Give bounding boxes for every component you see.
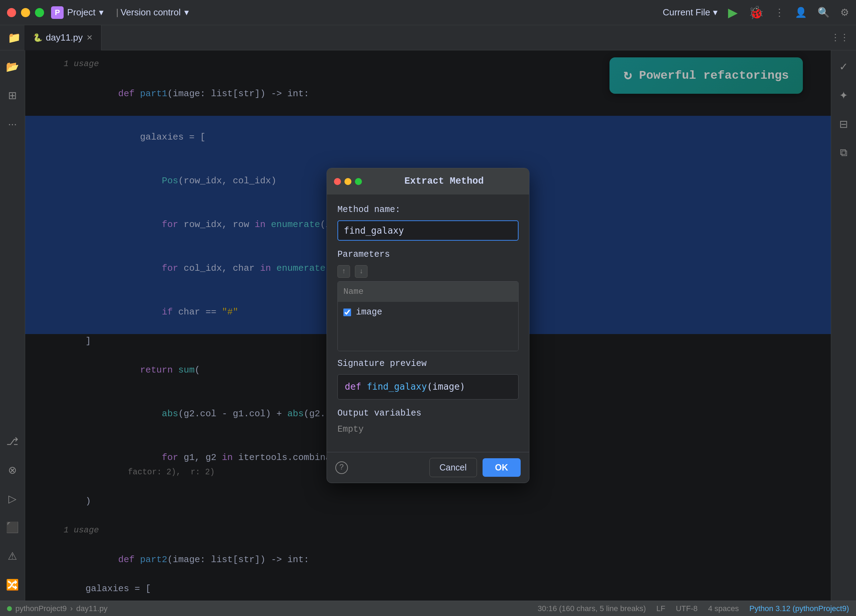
- method-name-input[interactable]: [337, 220, 519, 241]
- param-image-label: image: [356, 305, 382, 319]
- sidebar-item-git2[interactable]: 🔀: [3, 575, 22, 594]
- titlebar: P Project ▾ | Version control ▾ Current …: [0, 0, 856, 25]
- search-icon[interactable]: 🔍: [818, 7, 830, 18]
- tab-close-icon[interactable]: ✕: [86, 33, 93, 42]
- params-table: Name image: [337, 281, 519, 351]
- method-name-label: Method name:: [337, 203, 519, 217]
- parameters-section: Parameters ↑ ↓ Name image: [337, 248, 519, 351]
- project-menu[interactable]: P Project ▾: [51, 6, 103, 19]
- sig-def-keyword: def: [345, 381, 367, 392]
- right-sidebar-db-icon[interactable]: ⊟: [834, 115, 853, 133]
- dialog-titlebar: Extract Method: [327, 168, 529, 194]
- output-vars-label: Output variables: [337, 407, 519, 420]
- right-sidebar-diff-icon[interactable]: ⧉: [834, 143, 853, 162]
- dialog-close-button[interactable]: [334, 178, 341, 185]
- param-up-arrow[interactable]: ↑: [337, 265, 350, 278]
- sidebar-item-terminal[interactable]: ⬛: [3, 518, 22, 536]
- param-row-image: image: [338, 302, 518, 323]
- current-file-chevron-icon: ▾: [713, 7, 717, 18]
- modal-overlay: Extract Method Method name: Parameters ↑…: [25, 50, 831, 601]
- status-indent: 4 spaces: [708, 604, 739, 613]
- ok-button[interactable]: OK: [483, 458, 521, 477]
- sidebar-item-git[interactable]: ⎇: [3, 432, 22, 450]
- sidebar-item-files[interactable]: 📂: [3, 57, 22, 75]
- statusbar-left: pythonProject9 › day11.py: [7, 604, 107, 613]
- tab-more-icon[interactable]: ⋮⋮: [831, 32, 849, 43]
- output-vars-value: Empty: [337, 423, 519, 437]
- file-tab-icon: 🐍: [33, 33, 42, 42]
- param-image-checkbox[interactable]: [343, 308, 351, 316]
- titlebar-right: Current File ▾ ▶ 🐞 ⋮ 👤 🔍 ⚙: [663, 5, 849, 20]
- project-icon: P: [51, 6, 64, 19]
- current-file-menu[interactable]: Current File ▾: [663, 7, 717, 18]
- sig-function-name: find_galaxy: [367, 381, 427, 392]
- status-encoding: UTF-8: [676, 604, 697, 613]
- sidebar-item-structure[interactable]: ⊞: [3, 86, 22, 104]
- extract-method-dialog: Extract Method Method name: Parameters ↑…: [326, 168, 530, 483]
- right-sidebar: ✓ ✦ ⊟ ⧉: [831, 50, 856, 601]
- project-chevron-icon: ▾: [99, 7, 103, 18]
- sidebar-item-problems[interactable]: ⚠: [3, 547, 22, 565]
- dialog-footer: ? Cancel OK: [327, 452, 529, 483]
- status-project: pythonProject9: [15, 604, 67, 613]
- project-label: Project: [67, 7, 95, 18]
- file-tab-label: day11.py: [46, 32, 83, 43]
- tabbar: 📁 🐍 day11.py ✕ ⋮⋮: [0, 25, 856, 50]
- status-filename: day11.py: [76, 604, 107, 613]
- close-button[interactable]: [7, 8, 16, 17]
- param-down-arrow[interactable]: ↓: [355, 265, 368, 278]
- parameters-label: Parameters: [337, 248, 519, 262]
- params-empty-area: [338, 323, 518, 351]
- dialog-traffic-lights: [334, 178, 362, 185]
- traffic-lights: [7, 8, 44, 17]
- statusbar: pythonProject9 › day11.py 30:16 (160 cha…: [0, 601, 856, 616]
- status-position: 30:16 (160 chars, 5 line breaks): [538, 604, 646, 613]
- dialog-body: Method name: Parameters ↑ ↓ Name ima: [327, 194, 529, 452]
- version-control-label: Version control: [121, 7, 181, 18]
- dialog-minimize-button[interactable]: [345, 178, 351, 185]
- right-sidebar-ai-icon[interactable]: ✦: [834, 86, 853, 104]
- right-sidebar-check-icon[interactable]: ✓: [834, 57, 853, 75]
- run-icon[interactable]: ▶: [728, 5, 738, 20]
- sig-params: (image): [427, 381, 465, 392]
- current-file-label: Current File: [663, 7, 710, 18]
- sidebar-item-more[interactable]: ···: [3, 115, 22, 133]
- sidebar-item-run[interactable]: ▷: [3, 490, 22, 508]
- main-layout: 📂 ⊞ ··· ⎇ ⊗ ▷ ⬛ ⚠ 🔀 ↻ Powerful refactori…: [0, 50, 856, 601]
- settings-icon[interactable]: ⚙: [840, 7, 849, 18]
- status-python-version[interactable]: Python 3.12 (pythonProject9): [749, 604, 849, 613]
- cancel-button[interactable]: Cancel: [430, 458, 477, 477]
- sidebar-item-layers[interactable]: ⊗: [3, 461, 22, 479]
- sidebar-toggle[interactable]: 📁: [3, 25, 25, 50]
- maximize-button[interactable]: [35, 8, 44, 17]
- file-tab[interactable]: 🐍 day11.py ✕: [25, 25, 102, 50]
- version-control-menu[interactable]: Version control ▾: [121, 7, 189, 18]
- params-controls: ↑ ↓: [337, 265, 519, 278]
- separator: |: [116, 7, 119, 18]
- debug-icon[interactable]: 🐞: [748, 5, 764, 20]
- left-sidebar: 📂 ⊞ ··· ⎇ ⊗ ▷ ⬛ ⚠ 🔀: [0, 50, 25, 601]
- statusbar-right: 30:16 (160 chars, 5 line breaks) LF UTF-…: [538, 604, 849, 613]
- code-editor[interactable]: ↻ Powerful refactorings 1 usage def part…: [25, 50, 831, 601]
- user-icon[interactable]: 👤: [795, 7, 807, 18]
- dialog-title: Extract Method: [366, 174, 522, 189]
- tabbar-actions: ⋮⋮: [831, 32, 853, 43]
- minimize-button[interactable]: [21, 8, 30, 17]
- dialog-maximize-button[interactable]: [355, 178, 362, 185]
- params-column-header: Name: [338, 282, 518, 302]
- sig-preview: def find_galaxy(image): [337, 374, 519, 399]
- status-line-ending: LF: [656, 604, 665, 613]
- status-indicator: [7, 606, 12, 611]
- help-icon[interactable]: ?: [335, 461, 348, 474]
- version-control-chevron-icon: ▾: [184, 7, 189, 18]
- sig-preview-label: Signature preview: [337, 357, 519, 371]
- more-actions-icon[interactable]: ⋮: [774, 7, 784, 18]
